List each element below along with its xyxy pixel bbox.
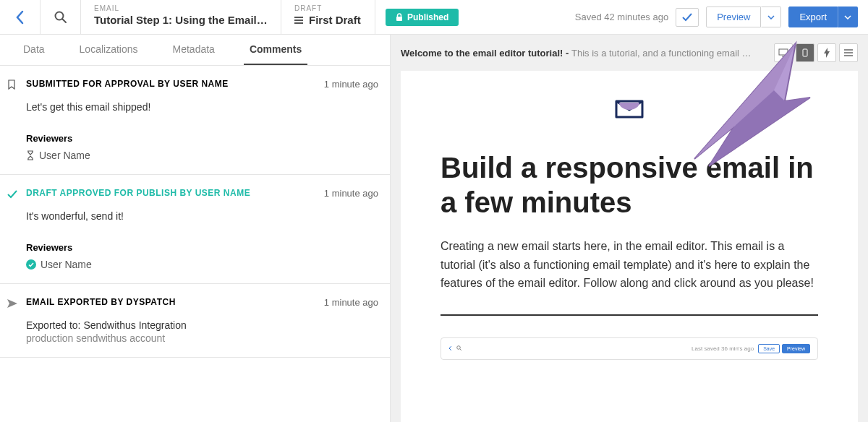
- draft-selector[interactable]: First Draft: [294, 14, 362, 26]
- comment-body: It's wonderful, send it!: [26, 210, 378, 222]
- published-badge: Published: [386, 9, 459, 26]
- tab-comments[interactable]: Comments: [244, 35, 307, 65]
- reviewers-label: Reviewers: [26, 242, 378, 253]
- list-icon: [844, 49, 853, 56]
- check-icon: [682, 13, 692, 22]
- search-icon: [456, 345, 462, 351]
- preview-button[interactable]: Preview: [706, 7, 761, 27]
- nested-editor-preview: Last saved 36 min's ago Save Preview: [441, 337, 818, 360]
- comment-title: DRAFT APPROVED FOR PUBLISH BY USER NAME: [26, 188, 317, 198]
- email-heading: Build a responsive email in a few minute…: [441, 150, 818, 220]
- reviewer-name: User Name: [41, 259, 92, 270]
- email-canvas[interactable]: Build a responsive email in a few minute…: [401, 71, 858, 422]
- preview-panel: Welcome to the email editor tutorial! - …: [391, 35, 868, 422]
- comment-time: 1 minute ago: [324, 297, 378, 308]
- export-line2: production sendwithus account: [26, 332, 378, 344]
- email-title-section: EMAIL Tutorial Step 1: Using the Email B…: [81, 0, 281, 34]
- list-button[interactable]: [839, 43, 858, 62]
- comment-body: Let's get this email shipped!: [26, 101, 378, 113]
- sidebar-tabs: Data Localizations Metadata Comments: [0, 35, 390, 66]
- draft-label: DRAFT: [294, 4, 362, 12]
- reviewers-label: Reviewers: [26, 133, 378, 144]
- svg-line-10: [460, 349, 461, 350]
- desktop-icon: [778, 48, 788, 57]
- comment-title: EMAIL EXPORTED BY DYSPATCH: [26, 297, 317, 307]
- comment-time: 1 minute ago: [324, 79, 378, 90]
- check-icon: [7, 189, 19, 202]
- divider: [441, 314, 818, 316]
- draft-section[interactable]: DRAFT First Draft: [281, 0, 375, 34]
- bookmark-icon: [7, 79, 19, 92]
- chevron-left-icon: [448, 345, 452, 351]
- mobile-view-button[interactable]: [796, 43, 814, 62]
- email-label: EMAIL: [94, 4, 268, 12]
- saved-timestamp: Saved 42 minutes ago: [575, 12, 668, 22]
- email-subject: Welcome to the email editor tutorial! - …: [401, 48, 768, 59]
- svg-line-1: [62, 19, 66, 22]
- chevron-down-icon: [767, 15, 775, 20]
- draft-name: First Draft: [309, 14, 361, 26]
- export-line1: Exported to: Sendwithus Integration: [26, 319, 378, 331]
- desktop-view-button[interactable]: [774, 43, 793, 62]
- comment-time: 1 minute ago: [324, 188, 378, 199]
- tab-localizations[interactable]: Localizations: [74, 35, 144, 65]
- back-button[interactable]: [0, 0, 41, 34]
- chevron-left-icon: [16, 10, 25, 25]
- svg-rect-3: [779, 49, 788, 55]
- nested-saved-text: Last saved 36 min's ago: [692, 345, 754, 352]
- nested-preview-button: Preview: [782, 344, 810, 353]
- mobile-icon: [802, 48, 808, 57]
- search-icon: [54, 11, 67, 24]
- subject-preview: This is a tutorial, and a functioning em…: [571, 48, 752, 59]
- comment-title: SUBMITTED FOR APPROVAL BY USER NAME: [26, 79, 317, 89]
- nested-save-button: Save: [758, 344, 780, 353]
- envelope-logo-icon: [612, 92, 647, 121]
- svg-rect-5: [803, 49, 807, 56]
- email-title: Tutorial Step 1: Using the Email B…: [94, 14, 268, 26]
- reviewer-row: User Name: [26, 150, 378, 161]
- export-button[interactable]: Export: [788, 7, 838, 27]
- lock-icon: [396, 13, 403, 22]
- check-circle-icon: [26, 259, 36, 270]
- search-button[interactable]: [41, 0, 81, 34]
- reviewer-row: User Name: [26, 259, 378, 270]
- subject-bold: Welcome to the email editor tutorial! -: [401, 48, 571, 59]
- chevron-down-icon: [844, 15, 851, 20]
- tab-metadata[interactable]: Metadata: [167, 35, 221, 65]
- tab-data[interactable]: Data: [17, 35, 51, 65]
- email-paragraph: Creating a new email starts here, in the…: [441, 237, 818, 293]
- svg-point-9: [457, 346, 461, 350]
- hourglass-icon: [26, 150, 35, 160]
- preview-dropdown-button[interactable]: [761, 7, 781, 27]
- comment-body: Exported to: Sendwithus Integration prod…: [26, 319, 378, 344]
- send-icon: [7, 298, 19, 311]
- flash-button[interactable]: [817, 43, 836, 62]
- comment-item: SUBMITTED FOR APPROVAL BY USER NAME 1 mi…: [0, 66, 390, 175]
- comment-item: EMAIL EXPORTED BY DYSPATCH 1 minute ago …: [0, 284, 390, 358]
- export-dropdown-button[interactable]: [838, 7, 858, 27]
- lightning-icon: [823, 48, 830, 58]
- published-label: Published: [407, 12, 448, 22]
- reviewer-name: User Name: [39, 150, 90, 161]
- approve-button[interactable]: [676, 8, 699, 27]
- svg-rect-2: [396, 17, 402, 21]
- left-sidebar: Data Localizations Metadata Comments SUB…: [0, 35, 391, 422]
- menu-icon: [294, 17, 303, 24]
- comment-item: DRAFT APPROVED FOR PUBLISH BY USER NAME …: [0, 175, 390, 284]
